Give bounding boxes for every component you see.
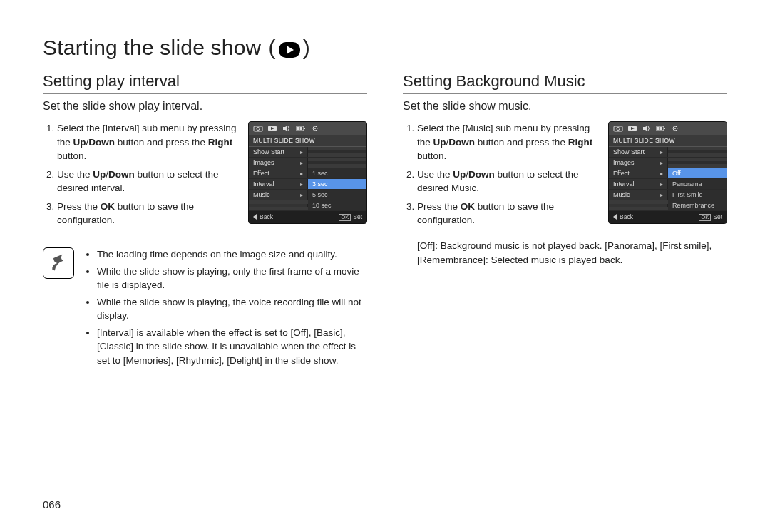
note-item: [Interval] is available when the effect … xyxy=(97,326,367,368)
note-item: While the slide show is playing, the voi… xyxy=(97,295,367,323)
lcd-screenshot-music: MULTI SLIDE SHOW Show Start▸ Images▸ Eff… xyxy=(608,121,727,224)
lcd-back: Back xyxy=(613,213,633,221)
lcd-row: Music▸First Smile xyxy=(609,190,727,200)
chevron-right-icon: ▸ xyxy=(300,192,303,198)
lcd-ok-set: OKSet xyxy=(339,213,362,221)
right-steps: Select the [Music] sub menu by pressing … xyxy=(403,121,598,232)
svg-rect-17 xyxy=(664,128,665,129)
right-sub-divider xyxy=(403,93,727,94)
chevron-right-icon: ▸ xyxy=(300,181,303,188)
chevron-right-icon: ▸ xyxy=(660,160,663,166)
svg-rect-18 xyxy=(657,127,659,130)
open-paren: ( xyxy=(268,36,275,60)
lcd-topbar xyxy=(609,122,727,135)
left-sub-divider xyxy=(43,93,367,94)
chevron-right-icon: ▸ xyxy=(660,149,663,155)
note-item: While the slide show is playing, only th… xyxy=(97,265,367,292)
svg-rect-19 xyxy=(660,127,662,130)
lcd-row: Interval▸Panorama xyxy=(609,179,727,190)
manual-page: Starting the slide show ( ) Setting play… xyxy=(0,0,770,370)
close-paren: ) xyxy=(303,36,310,60)
battery-icon xyxy=(296,125,306,132)
svg-point-21 xyxy=(674,128,676,129)
svg-rect-8 xyxy=(300,127,302,130)
svg-marker-15 xyxy=(643,126,647,131)
step-text: Press the OK button to save the configur… xyxy=(57,201,194,226)
lcd-row: Effect▸Off xyxy=(609,168,727,179)
page-number: 066 xyxy=(43,498,61,511)
chevron-right-icon: ▸ xyxy=(660,181,663,188)
list-item: Use the Up/Down button to select the des… xyxy=(417,168,598,195)
play-icon xyxy=(279,42,300,58)
step-text: Press the OK button to save the configur… xyxy=(417,201,554,226)
list-item: Select the [Music] sub menu by pressing … xyxy=(417,121,598,163)
lcd-back: Back xyxy=(253,213,273,221)
step-text: Use the Up/Down button to select the des… xyxy=(57,169,219,194)
left-body-row: Select the [Interval] sub menu by pressi… xyxy=(43,121,367,232)
note-list: The loading time depends on the image si… xyxy=(84,247,367,371)
svg-rect-7 xyxy=(297,127,299,130)
chevron-right-icon: ▸ xyxy=(300,149,303,155)
speaker-icon xyxy=(282,125,292,132)
page-title-row: Starting the slide show ( ) xyxy=(43,36,727,60)
chevron-right-icon: ▸ xyxy=(300,170,303,177)
lcd-heading: MULTI SLIDE SHOW xyxy=(249,135,366,147)
right-extra-note: [Off]: Background music is not played ba… xyxy=(403,239,727,267)
svg-marker-4 xyxy=(283,126,287,131)
triangle-left-icon xyxy=(613,214,617,220)
left-heading: Setting play interval xyxy=(43,72,367,91)
lcd-row: Show Start▸ xyxy=(249,147,366,158)
lcd-screenshot-interval: MULTI SLIDE SHOW Show Start▸ Images▸ Eff… xyxy=(248,121,367,224)
battery-icon xyxy=(656,125,666,132)
camera-icon xyxy=(253,125,263,132)
play-small-icon xyxy=(267,125,277,132)
svg-point-12 xyxy=(617,128,620,131)
list-item: Use the Up/Down button to select the des… xyxy=(57,168,238,195)
gear-icon xyxy=(310,125,320,132)
lcd-footer: Back OKSet xyxy=(249,211,366,223)
speaker-icon xyxy=(642,125,652,132)
lcd-footer: Back OKSet xyxy=(609,211,727,223)
list-item: Press the OK button to save the configur… xyxy=(417,200,598,227)
title-divider xyxy=(43,63,727,63)
left-intro: Set the slide show play interval. xyxy=(43,100,367,113)
note-box: The loading time depends on the image si… xyxy=(43,247,367,371)
left-steps: Select the [Interval] sub menu by pressi… xyxy=(43,121,238,232)
page-title: Starting the slide show xyxy=(43,36,261,60)
right-heading: Setting Background Music xyxy=(403,72,727,91)
gear-icon xyxy=(670,125,680,132)
chevron-right-icon: ▸ xyxy=(660,170,663,177)
step-text: Use the Up/Down button to select the des… xyxy=(417,169,579,194)
lcd-topbar xyxy=(249,122,366,135)
lcd-row: Images▸ xyxy=(609,158,727,168)
lcd-row: Effect▸1 sec xyxy=(249,168,366,179)
left-column: Setting play interval Set the slide show… xyxy=(43,71,367,370)
lcd-row: Remembrance xyxy=(609,200,727,211)
title-icon-group: ( ) xyxy=(268,36,309,60)
lcd-row: 10 sec xyxy=(249,200,366,211)
right-body-row: Select the [Music] sub menu by pressing … xyxy=(403,121,727,232)
lcd-row: Show Start▸ xyxy=(609,147,727,158)
step-text: Select the [Interval] sub menu by pressi… xyxy=(57,123,236,161)
lcd-ok-set: OKSet xyxy=(699,213,722,221)
two-columns: Setting play interval Set the slide show… xyxy=(43,71,727,370)
list-item: Select the [Interval] sub menu by pressi… xyxy=(57,121,238,163)
right-column: Setting Background Music Set the slide s… xyxy=(403,71,727,370)
svg-rect-6 xyxy=(304,128,305,129)
triangle-left-icon xyxy=(253,214,257,220)
chevron-right-icon: ▸ xyxy=(660,192,663,198)
lcd-row: Music▸5 sec xyxy=(249,190,366,200)
note-icon xyxy=(43,247,74,279)
play-small-icon xyxy=(627,125,637,132)
lcd-row: Images▸ xyxy=(249,158,366,168)
camera-icon xyxy=(613,125,623,132)
lcd-row: Interval▸3 sec xyxy=(249,179,366,190)
list-item: Press the OK button to save the configur… xyxy=(57,200,238,227)
note-item: The loading time depends on the image si… xyxy=(97,247,367,262)
svg-point-1 xyxy=(257,128,260,131)
step-text: Select the [Music] sub menu by pressing … xyxy=(417,123,592,161)
lcd-heading: MULTI SLIDE SHOW xyxy=(609,135,727,147)
svg-point-10 xyxy=(314,128,316,129)
right-intro: Set the slide show music. xyxy=(403,100,727,113)
chevron-right-icon: ▸ xyxy=(300,160,303,166)
